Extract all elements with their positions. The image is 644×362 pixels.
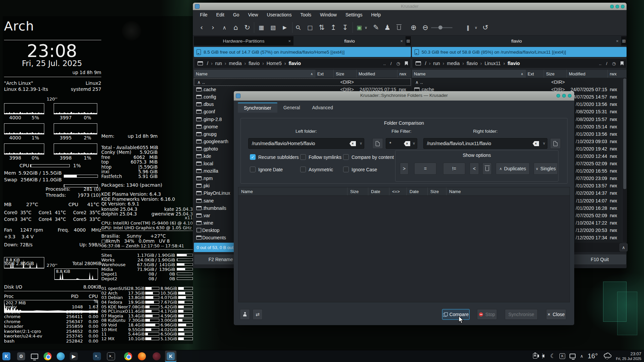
checkbox-option[interactable]: ✓ Ignore Date bbox=[250, 167, 300, 172]
breadcrumb-item[interactable]: flavio bbox=[502, 61, 521, 66]
file-filter-input[interactable]: * × ∨ bbox=[386, 138, 417, 149]
checkbox[interactable]: ✓ bbox=[250, 167, 256, 172]
clear-left-icon[interactable]: × bbox=[350, 141, 356, 146]
compare-button[interactable]: Compare bbox=[442, 309, 470, 320]
breadcrumb-item[interactable]: / bbox=[424, 61, 428, 66]
duplicates-button[interactable]: ∧ Duplicates bbox=[496, 163, 530, 175]
col-size-left[interactable]: Size bbox=[347, 187, 368, 195]
col-direction[interactable]: <=> bbox=[389, 187, 407, 195]
clear-filter-icon[interactable]: × bbox=[404, 141, 410, 146]
col-date-right[interactable]: Date bbox=[407, 187, 428, 195]
swap-panels-icon[interactable]: ⇅ bbox=[317, 23, 326, 32]
back-icon[interactable]: ‹ bbox=[197, 23, 206, 32]
reload-icon[interactable]: ↻ bbox=[243, 23, 252, 32]
forward-icon[interactable]: › bbox=[208, 23, 218, 32]
chrome-icon-2[interactable] bbox=[122, 351, 134, 362]
launcher-icon[interactable]: K bbox=[1, 351, 12, 362]
root-button[interactable]: / bbox=[606, 61, 607, 66]
show-differs-button[interactable]: != bbox=[443, 163, 465, 175]
tab-general[interactable]: General bbox=[277, 103, 306, 113]
checkbox[interactable]: ✓ bbox=[300, 167, 306, 172]
close-dialog-button[interactable]: × Close bbox=[546, 309, 566, 320]
column-name[interactable]: Name∧ bbox=[412, 70, 526, 78]
show-deletable-button[interactable] bbox=[482, 163, 492, 175]
volume-tray-icon[interactable] bbox=[542, 354, 544, 358]
col-name-right[interactable]: Name bbox=[446, 187, 570, 195]
preview-caret-icon[interactable]: ∨ bbox=[363, 23, 369, 32]
checkbox-option[interactable]: ✓ Follow symlinks bbox=[300, 154, 343, 160]
history-icon[interactable]: ◷ bbox=[612, 61, 616, 66]
menu-item[interactable]: Useractions bbox=[262, 12, 296, 17]
breadcrumb-item[interactable]: Home5 bbox=[261, 61, 283, 66]
menu-item[interactable]: Tools bbox=[296, 12, 316, 17]
window-titlebar[interactable]: Krusader bbox=[193, 3, 627, 10]
scroll-up-icon[interactable]: ∧ bbox=[620, 243, 628, 251]
display-icon[interactable] bbox=[29, 351, 40, 362]
copy-to-left-icon[interactable]: ↥ bbox=[329, 23, 338, 32]
menu-item[interactable]: View bbox=[244, 12, 262, 17]
breadcrumb-item[interactable]: run bbox=[210, 61, 223, 66]
search-icon[interactable]: ⚲ bbox=[291, 21, 305, 34]
new-file-icon[interactable]: □ bbox=[305, 23, 315, 32]
menu-item[interactable]: Help bbox=[367, 12, 385, 17]
show-equals-button[interactable]: = bbox=[414, 163, 436, 175]
tab-advanced[interactable]: Advanced bbox=[306, 103, 339, 113]
zoom-slider[interactable] bbox=[431, 27, 452, 28]
chrome-icon[interactable] bbox=[42, 351, 53, 362]
night-light-tray-icon[interactable]: ☾ bbox=[550, 353, 555, 359]
kdeconnect-tray-icon[interactable]: K bbox=[559, 353, 565, 359]
close-button[interactable] bbox=[621, 5, 625, 8]
tab-hardware-partitions[interactable]: Hardware--Partitions × bbox=[194, 36, 293, 46]
tray-expand-icon[interactable]: ∧ bbox=[580, 354, 583, 359]
maximize-button[interactable] bbox=[615, 5, 619, 8]
undo-icon[interactable]: ↺ bbox=[481, 23, 490, 32]
stop-button[interactable]: Stop bbox=[477, 309, 497, 320]
tab-close-icon[interactable]: × bbox=[288, 39, 291, 44]
dialog-maximize-button[interactable] bbox=[562, 94, 566, 98]
breadcrumb-item[interactable]: media bbox=[441, 61, 461, 66]
show-left-newer-button[interactable]: < bbox=[470, 163, 479, 175]
column-modified[interactable]: Modified bbox=[357, 70, 397, 78]
swap-sides-button[interactable]: ⇄ bbox=[253, 309, 263, 320]
file-row[interactable]: .. <DIR> bbox=[412, 78, 622, 86]
settings-icon[interactable]: ⚙ bbox=[15, 351, 27, 362]
browse-left-button[interactable] bbox=[372, 138, 383, 149]
profiles-button[interactable] bbox=[240, 309, 250, 320]
f10-quit-button[interactable]: F10 Quit bbox=[573, 254, 627, 265]
column-size[interactable]: Size bbox=[544, 70, 567, 78]
left-folder-input[interactable]: /run/media/flavio/Home5/flavio × ∨ bbox=[248, 138, 364, 149]
column-rwx[interactable]: rwx bbox=[608, 70, 621, 78]
col-name-left[interactable]: Name bbox=[238, 187, 347, 195]
updir-button[interactable]: .. bbox=[383, 61, 386, 66]
pause-icon[interactable]: ‖ bbox=[463, 23, 473, 32]
col-size-right[interactable]: Size bbox=[428, 187, 446, 195]
left-dropdown-icon[interactable]: ∨ bbox=[360, 141, 362, 145]
column-ext[interactable]: Ext bbox=[315, 70, 334, 78]
column-size[interactable]: Size bbox=[334, 70, 357, 78]
terminal-icon[interactable]: >_ bbox=[105, 351, 117, 362]
breadcrumb-item[interactable]: flavio bbox=[243, 61, 261, 66]
checkbox-option[interactable]: ✓ Recurse subfolders bbox=[250, 154, 300, 160]
tab-close-icon[interactable]: × bbox=[400, 39, 403, 44]
trash-icon[interactable] bbox=[394, 23, 404, 32]
checkbox-option[interactable]: ✓ Ignore Case bbox=[343, 167, 401, 172]
column-name[interactable]: Name∧ bbox=[194, 70, 315, 78]
bookmark-icon[interactable] bbox=[405, 61, 408, 65]
krusader-taskbar-icon[interactable]: K bbox=[165, 351, 176, 362]
menu-item[interactable]: Settings bbox=[341, 12, 367, 17]
select-group-icon[interactable]: ▦ bbox=[257, 23, 266, 32]
breadcrumb-item[interactable]: media bbox=[223, 61, 243, 66]
new-tab-icon[interactable]: ⊞ bbox=[621, 36, 627, 46]
menu-item[interactable]: Window bbox=[316, 12, 341, 17]
edit-icon[interactable]: ✎ bbox=[371, 23, 381, 32]
column-rwx[interactable]: rwx bbox=[397, 70, 411, 78]
unselect-group-icon[interactable]: ▧ bbox=[268, 23, 278, 32]
right-free-space-bar[interactable]: 50.3 GiB free out of 58.8 GiB (85%) on /… bbox=[412, 47, 627, 57]
filter-dropdown-icon[interactable]: ∨ bbox=[413, 141, 415, 145]
breadcrumb-item[interactable]: Linux11 bbox=[479, 61, 502, 66]
browse-right-button[interactable] bbox=[550, 138, 561, 149]
left-free-space-bar[interactable]: 8.5 GiB free out of 14.7 GiB (57%) on /r… bbox=[194, 47, 411, 57]
clipboard-tray-icon[interactable] bbox=[533, 353, 537, 359]
breadcrumb-item[interactable]: flavio bbox=[283, 61, 302, 66]
show-right-newer-button[interactable]: > bbox=[400, 163, 409, 175]
